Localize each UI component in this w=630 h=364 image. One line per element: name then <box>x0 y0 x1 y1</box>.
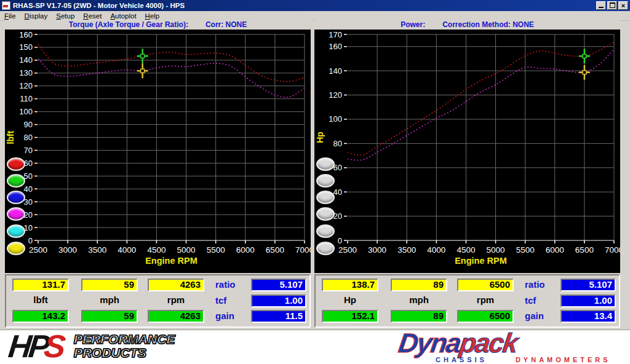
param-value-tcf: 1.00 <box>251 295 306 307</box>
menu-autoplot[interactable]: Autoplot <box>106 12 140 20</box>
x-tick-label: 4000 <box>118 245 136 255</box>
y-tick-label: 100 <box>329 114 342 124</box>
x-tick-label: 7000 <box>295 245 311 255</box>
x-axis-label: Engine RPM <box>455 256 507 266</box>
y-tick-label: 110 <box>20 94 33 103</box>
power-plot[interactable]: 0204060801001201401601702500300035004000… <box>314 30 620 273</box>
close-button[interactable]: × <box>618 1 628 10</box>
power-chart[interactable]: 0204060801001201401601702500300035004000… <box>314 30 620 273</box>
x-tick-label: 3000 <box>368 245 386 255</box>
logo-strip: HP S PERFORMANCE PRODUCTS Dynapack CHASS… <box>0 330 630 364</box>
peak-value-mph: 89 <box>391 310 447 323</box>
peak-value-mph: 59 <box>81 310 138 323</box>
power-panel: Power: Correction Method: NONE 020406080… <box>314 20 620 273</box>
power-correction-label: Correction Method: NONE <box>442 20 534 29</box>
torque-readout-panel: 131.7594263lbftmphrpm143.2594263ratio5.1… <box>5 274 311 328</box>
y-tick-label: 90 <box>24 120 33 129</box>
minimize-icon <box>599 7 604 8</box>
hps-products-text: PRODUCTS <box>74 346 175 360</box>
cursor-value-rpm: 6500 <box>457 279 514 291</box>
y-tick-label: 0 <box>28 236 33 245</box>
peak-value-lbft: 143.2 <box>12 310 69 323</box>
cursor-value-Hp: 138.7 <box>322 279 378 291</box>
x-tick-label: 5000 <box>487 245 505 255</box>
dynapack-logo: Dynapack CHASSIS DYNAMOMETERS <box>399 331 624 363</box>
cursor-value-lbft: 131.7 <box>12 279 69 291</box>
run-button-1[interactable] <box>7 157 25 171</box>
window-titlebar: RHAS-SP V1.7-05 (2WD - Motor Vehicle 400… <box>0 0 630 11</box>
x-tick-label: 4500 <box>457 245 475 255</box>
run-button-5[interactable] <box>7 224 25 238</box>
run-button-4[interactable] <box>316 207 335 221</box>
param-label-gain: gain <box>215 310 234 321</box>
torque-panel: Torque (Axle Torque / Gear Ratio): Corr:… <box>5 20 311 273</box>
param-value-gain: 11.5 <box>251 310 306 323</box>
restore-button[interactable] <box>607 1 617 10</box>
y-tick-label: 120 <box>19 81 33 90</box>
unit-label-rpm: rpm <box>457 295 514 306</box>
hps-logo-hp: HP <box>7 331 48 361</box>
power-panel-title: Power: <box>401 20 425 29</box>
dynapack-dynamometers-text: DYNAMOMETERS <box>516 356 611 363</box>
power-readout-panel: 138.7896500Hpmphrpm152.1896500ratio5.107… <box>314 274 620 328</box>
unit-label-mph: mph <box>391 295 447 306</box>
param-value-tcf: 1.00 <box>560 295 616 307</box>
run-button-5[interactable] <box>316 224 335 238</box>
x-axis-label: Engine RPM <box>145 256 197 266</box>
run-button-2[interactable] <box>316 174 335 188</box>
param-value-ratio: 5.107 <box>251 279 306 291</box>
menu-file[interactable]: File <box>0 12 20 20</box>
peak-value-rpm: 6500 <box>457 310 514 323</box>
y-tick-label: 150 <box>19 42 33 52</box>
x-tick-label: 2500 <box>29 245 47 255</box>
peak-value-Hp: 152.1 <box>322 310 378 323</box>
param-label-tcf: tcf <box>525 295 536 306</box>
run-button-3[interactable] <box>7 191 25 204</box>
y-tick-label: 160 <box>329 42 342 51</box>
y-tick-label: 170 <box>329 30 342 39</box>
param-label-ratio: ratio <box>215 279 236 290</box>
menu-setup[interactable]: Setup <box>52 12 79 20</box>
x-tick-label: 6500 <box>266 245 284 255</box>
unit-label-mph: mph <box>81 295 138 306</box>
hps-logo: HP S PERFORMANCE PRODUCTS <box>9 331 175 361</box>
torque-panel-header: Torque (Axle Torque / Gear Ratio): Corr:… <box>5 20 311 30</box>
run-button-2[interactable] <box>7 174 25 188</box>
cursor-value-rpm: 4263 <box>148 279 204 291</box>
dynapack-dyna-text: Dyna <box>397 328 462 358</box>
power-panel-header: Power: Correction Method: NONE <box>314 20 620 30</box>
x-tick-label: 6000 <box>236 245 255 255</box>
run-button-6[interactable] <box>316 242 335 255</box>
menu-display[interactable]: Display <box>20 12 52 20</box>
run-button-4[interactable] <box>7 207 25 221</box>
torque-plot[interactable]: 0102030405060708090100110120130140150160… <box>5 30 311 273</box>
unit-label-Hp: Hp <box>322 295 378 306</box>
torque-correction-label: Corr: NONE <box>205 20 247 29</box>
y-tick-label: 40 <box>24 184 33 194</box>
window-title: RHAS-SP V1.7-05 (2WD - Motor Vehicle 400… <box>13 2 185 9</box>
dynapack-pack-text: pack <box>458 328 519 358</box>
run-button-1[interactable] <box>316 157 335 171</box>
x-tick-label: 3500 <box>88 245 106 255</box>
hps-performance-text: PERFORMANCE <box>74 333 175 346</box>
y-tick-label: 130 <box>19 68 33 77</box>
hps-logo-tagline: PERFORMANCE PRODUCTS <box>74 333 175 360</box>
param-label-ratio: ratio <box>525 279 545 290</box>
run-button-6[interactable] <box>7 242 25 255</box>
x-tick-label: 2500 <box>338 245 357 255</box>
x-tick-label: 6500 <box>575 245 594 255</box>
run-button-3[interactable] <box>316 191 335 204</box>
menu-help[interactable]: Help <box>141 12 164 20</box>
torque-panel-title: Torque (Axle Torque / Gear Ratio): <box>69 20 188 29</box>
x-tick-label: 6000 <box>546 245 564 255</box>
unit-label-rpm: rpm <box>148 295 204 306</box>
y-axis-label: lbft <box>6 130 15 144</box>
torque-chart[interactable]: 0102030405060708090100110120130140150160… <box>5 30 311 273</box>
y-tick-label: 70 <box>24 146 33 155</box>
peak-value-rpm: 4263 <box>148 310 204 323</box>
minimize-button[interactable] <box>596 1 606 10</box>
menu-reset[interactable]: Reset <box>79 12 106 20</box>
x-tick-label: 3500 <box>397 245 416 255</box>
y-axis-label: Hp <box>315 132 325 143</box>
y-tick-label: 160 <box>19 30 33 39</box>
